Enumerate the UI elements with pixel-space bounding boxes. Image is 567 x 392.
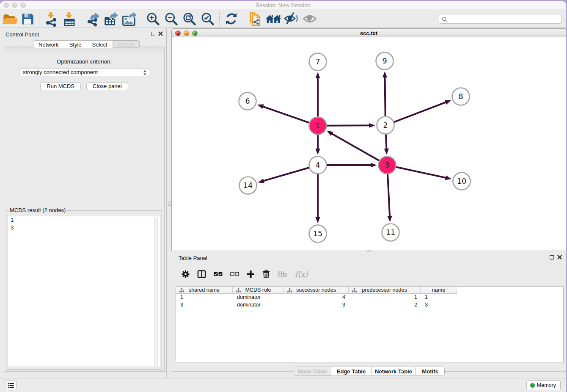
table-options-gear-icon[interactable] [182, 270, 190, 278]
first-neighbors-button[interactable] [264, 11, 282, 27]
cell-shared-name[interactable]: 3 [176, 301, 233, 309]
zoom-selected-button[interactable] [198, 11, 217, 27]
cell-MCDS-role[interactable]: dominator [233, 301, 284, 309]
column-header-name[interactable]: name [421, 287, 457, 294]
show-column-panel-icon[interactable] [197, 270, 206, 278]
graph-edge-3-10[interactable] [396, 167, 446, 178]
export-table-button[interactable] [102, 11, 120, 27]
table-row-3[interactable]: 3dominator323 [176, 301, 563, 309]
graph-edge-1-6[interactable] [262, 106, 309, 123]
column-header-MCDS-role[interactable]: MCDS role [233, 287, 284, 294]
select-all-icon[interactable] [214, 272, 223, 276]
cell-MCDS-role[interactable]: dominator [233, 294, 284, 301]
graph-edge-3-11[interactable] [388, 174, 390, 217]
network-graph[interactable]: 7968124314101511 [172, 37, 566, 251]
table-tab-network-table[interactable]: Network Table [372, 367, 416, 375]
cell-successor-nodes[interactable]: 4 [284, 294, 349, 301]
criterion-value: strongly connected component [23, 69, 98, 75]
zoom-fit-button[interactable] [180, 11, 198, 27]
control-tab-select[interactable]: Select [87, 41, 113, 48]
search-input[interactable] [448, 16, 561, 23]
right-column: scc.txt 7968124314101511 Table Panel [171, 28, 566, 378]
import-network-icon [43, 11, 58, 26]
delete-columns-trash-icon[interactable] [262, 270, 270, 278]
run-mcds-button[interactable]: Run MCDS [40, 83, 81, 90]
graph-node-label-10: 10 [457, 177, 466, 185]
graph-node-label-11: 11 [386, 228, 395, 237]
new-network-from-selection-button[interactable] [246, 11, 264, 27]
mcds-result-item[interactable]: 3 [8, 224, 160, 232]
table-panel-float-icon[interactable] [550, 255, 554, 259]
horizontal-splitter-handle[interactable] [367, 250, 371, 252]
control-tab-style[interactable]: Style [64, 41, 87, 48]
control-panel-float-icon[interactable] [151, 32, 155, 36]
mcds-result-item[interactable]: 1 [8, 216, 160, 224]
column-type-icon [236, 288, 241, 293]
vertical-splitter-handle[interactable] [168, 201, 171, 206]
show-all-button[interactable] [300, 11, 319, 27]
toolbar-separator [81, 12, 81, 26]
memory-status-dot [530, 383, 535, 388]
column-header-predecessor-nodes[interactable]: predecessor nodes [349, 287, 421, 294]
window-titlebar[interactable]: Session: New Session [0, 1, 566, 9]
function-builder-icon[interactable]: f(x) [295, 270, 308, 279]
export-image-button[interactable] [120, 11, 138, 27]
main-toolbar [0, 9, 566, 28]
import-table-button[interactable] [60, 11, 78, 27]
cell-predecessor-nodes[interactable]: 2 [349, 301, 421, 309]
control-tab-network[interactable]: Network [33, 41, 64, 48]
graph-edge-4-14[interactable] [263, 168, 309, 181]
apply-layout-button[interactable] [222, 11, 240, 27]
table-tab-edge-table[interactable]: Edge Table [331, 367, 372, 375]
table-row-1[interactable]: 1dominator411 [176, 294, 563, 301]
network-window-titlebar[interactable]: scc.txt [171, 28, 566, 37]
cell-shared-name[interactable]: 1 [176, 294, 233, 301]
column-header-successor-nodes[interactable]: successor nodes [284, 287, 349, 294]
control-panel-close-icon[interactable] [158, 31, 163, 36]
cell-name[interactable]: 3 [421, 301, 457, 309]
save-session-button[interactable] [18, 11, 36, 27]
import-network-button[interactable] [42, 11, 60, 27]
table-tab-node-table[interactable]: Node Table [294, 367, 331, 375]
graph-node-label-15: 15 [313, 229, 322, 238]
export-network-button[interactable] [84, 11, 102, 27]
control-tab-mcds[interactable]: MCDS [113, 41, 139, 48]
memory-button[interactable]: Memory [526, 380, 561, 390]
graph-edge-3-1[interactable] [331, 133, 379, 160]
deselect-all-icon[interactable] [230, 272, 239, 276]
mcds-result-title: MCDS result (2 nodes) [8, 207, 67, 213]
hide-selected-button[interactable] [282, 11, 300, 27]
mcds-result-list[interactable]: 13 [8, 216, 160, 367]
cell-name[interactable]: 1 [421, 294, 457, 301]
create-column-plus-icon[interactable] [247, 270, 255, 278]
graph-edge-arrowhead [371, 163, 377, 167]
graph-edge-1-2[interactable] [327, 125, 370, 126]
search-field[interactable] [439, 15, 562, 24]
delete-table-icon[interactable] [278, 271, 287, 277]
graph-edge-2-8[interactable] [394, 102, 446, 122]
column-header-shared-name[interactable]: shared name [176, 287, 233, 294]
task-list-icon [8, 383, 14, 388]
export-network-icon [85, 11, 100, 26]
close-panel-button[interactable]: Close panel [86, 83, 128, 90]
search-icon [442, 17, 448, 22]
zoom-out-button[interactable] [162, 11, 180, 27]
node-table[interactable]: shared nameMCDS rolesuccessor nodesprede… [176, 286, 564, 362]
graph-node-label-6: 6 [245, 97, 250, 105]
column-type-icon [179, 288, 184, 293]
table-tab-motifs[interactable]: Motifs [416, 367, 444, 375]
result-list-scrollbar[interactable] [154, 217, 158, 366]
toolbar-separator [141, 12, 141, 26]
export-image-icon [121, 11, 137, 27]
zoom-in-button[interactable] [144, 11, 162, 27]
open-file-button[interactable] [0, 11, 18, 27]
network-canvas[interactable]: 7968124314101511 [171, 37, 566, 251]
cell-successor-nodes[interactable]: 3 [284, 301, 349, 309]
cell-predecessor-nodes[interactable]: 1 [349, 294, 421, 301]
table-panel-close-icon[interactable] [557, 255, 562, 259]
task-history-button[interactable] [5, 380, 17, 390]
zoom-in-icon [146, 11, 160, 26]
criterion-select[interactable]: strongly connected component [19, 69, 150, 76]
graph-edge-2-9[interactable] [385, 77, 385, 116]
graph-edge-2-3[interactable] [386, 134, 387, 149]
